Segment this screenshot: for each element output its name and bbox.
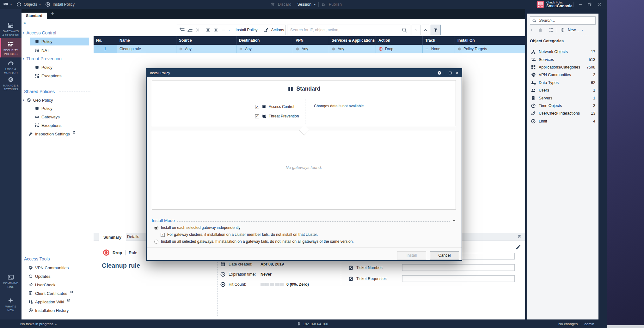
category-services[interactable]: Services513: [527, 57, 598, 63]
cluster-suboption[interactable]: For gateway clusters, if installation on…: [161, 232, 318, 237]
cell-source[interactable]: Any: [176, 45, 236, 53]
publish-button[interactable]: Publish: [329, 2, 342, 7]
tree-item-geo-policy[interactable]: ▾ Geo Policy: [23, 97, 53, 104]
chevron-down-icon[interactable]: ▾: [23, 31, 24, 34]
install-mode-option-2[interactable]: Install on all selected gateways. If ins…: [154, 239, 354, 244]
delete-rule-icon[interactable]: [195, 28, 200, 32]
new-object-icon[interactable]: [560, 27, 565, 33]
cell-track[interactable]: None: [422, 45, 455, 53]
install-mode-option-1[interactable]: Install on each selected gateway indepen…: [154, 225, 241, 230]
tree-item-updates[interactable]: Updates: [28, 273, 50, 280]
tab-standard[interactable]: Standard: [21, 13, 47, 19]
home-icon[interactable]: [538, 27, 543, 33]
cell-install-on[interactable]: Policy Targets: [455, 45, 525, 53]
close-button[interactable]: [596, 2, 603, 7]
tree-item-tp-policy[interactable]: Policy: [35, 64, 52, 71]
back-arrow-icon[interactable]: [530, 27, 535, 33]
collapse-panel-icon[interactable]: «: [23, 20, 26, 25]
prev-match-button[interactable]: [422, 25, 429, 35]
col-action[interactable]: Action: [376, 36, 422, 45]
help-icon[interactable]: ?: [437, 71, 442, 75]
ticket-number-input[interactable]: [402, 264, 515, 271]
tree-threat-prevention[interactable]: ▾ Threat Prevention: [23, 55, 62, 62]
object-search-input[interactable]: [530, 16, 596, 25]
cell-services[interactable]: Any: [329, 45, 376, 53]
nav-gateways-servers[interactable]: GATEWAYS& SERVERS: [0, 22, 21, 38]
actions-button[interactable]: Actions: [271, 28, 284, 32]
nav-logs-monitor[interactable]: LOGS &MONITOR: [0, 60, 21, 76]
category-applications[interactable]: Applications/Categories7508: [527, 64, 598, 71]
tree-item-usercheck[interactable]: UserCheck: [28, 281, 55, 288]
category-usercheck-interactions[interactable]: UserCheck Interactions13: [527, 110, 598, 117]
tree-item-ac-policy[interactable]: Policy: [35, 38, 52, 45]
category-users[interactable]: Users1: [527, 87, 598, 94]
new-object-button[interactable]: New...: [568, 28, 579, 32]
ticket-requester-input[interactable]: [402, 275, 515, 282]
next-match-button[interactable]: [412, 25, 420, 35]
maximize-icon[interactable]: [448, 71, 452, 75]
view-menu-icon[interactable]: [221, 28, 226, 32]
checkbox-checked[interactable]: [255, 105, 259, 109]
add-rule-above-icon[interactable]: [180, 27, 185, 33]
app-menu-icon[interactable]: [3, 2, 8, 7]
add-tab-button[interactable]: +: [51, 10, 54, 17]
col-name[interactable]: Name: [117, 36, 176, 45]
tree-item-geo-policy-policy[interactable]: Policy: [35, 105, 52, 112]
col-destination[interactable]: Destination: [236, 36, 293, 45]
resize-grip[interactable]: ⋰: [457, 256, 461, 259]
nav-security-policies[interactable]: SECURITYPOLICIES: [0, 38, 21, 57]
cell-no[interactable]: 1: [94, 45, 117, 53]
view-menu-caret-icon[interactable]: ▾: [229, 29, 230, 32]
col-source[interactable]: Source: [176, 36, 236, 45]
add-rule-below-icon[interactable]: [187, 27, 193, 33]
category-limit[interactable]: Limit4: [527, 118, 598, 125]
target-access-control[interactable]: Access Control: [255, 104, 294, 109]
new-caret-icon[interactable]: ▾: [582, 29, 583, 32]
tree-item-application-wiki[interactable]: Application Wiki: [28, 298, 70, 305]
expand-rows-icon[interactable]: [205, 27, 211, 33]
close-icon[interactable]: [455, 71, 459, 75]
collapse-section-icon[interactable]: [452, 219, 456, 223]
cell-name[interactable]: Cleanup rule: [117, 45, 176, 53]
category-network-objects[interactable]: Network Objects17: [527, 49, 598, 56]
search-icon[interactable]: [402, 27, 407, 33]
tree-item-vpn-communities[interactable]: VPN Communities: [28, 264, 69, 271]
tree-item-tp-exceptions[interactable]: Exceptions: [35, 72, 62, 79]
target-threat-prevention[interactable]: Threat Prevention: [255, 114, 299, 118]
restore-button[interactable]: [586, 2, 593, 7]
cell-destination[interactable]: Any: [236, 45, 293, 53]
tab-summary[interactable]: Summary: [99, 233, 126, 242]
category-time-objects[interactable]: Time Objects3: [527, 103, 598, 110]
tab-details[interactable]: Details: [123, 233, 144, 241]
nav-whats-new[interactable]: WHAT'SNEW: [0, 297, 21, 314]
chevron-down-icon[interactable]: ▾: [23, 98, 24, 102]
collapse-panel-icon[interactable]: [517, 235, 522, 239]
tree-item-installation-history[interactable]: Installation History: [28, 307, 69, 314]
nav-command-line[interactable]: COMMANDLINE: [0, 274, 21, 290]
install-policy-menu[interactable]: Install Policy: [52, 2, 74, 7]
checkbox-checked[interactable]: [255, 114, 259, 118]
tree-item-geo-gateways[interactable]: Gateways: [35, 113, 60, 120]
radio-selected[interactable]: [154, 226, 158, 230]
col-no[interactable]: No.: [94, 36, 117, 45]
col-track[interactable]: Track: [422, 36, 455, 45]
install-policy-button[interactable]: Install Policy: [236, 28, 257, 32]
chevron-down-icon[interactable]: ▾: [23, 57, 24, 60]
category-servers[interactable]: Servers1: [527, 95, 598, 102]
session-button[interactable]: Session: [297, 2, 311, 7]
tree-item-ac-nat[interactable]: NAT: [35, 47, 49, 54]
col-services[interactable]: Services & Applications: [329, 36, 376, 45]
cancel-button[interactable]: Cancel: [430, 251, 459, 259]
category-vpn-communities[interactable]: VPN Communities2: [527, 72, 598, 79]
objects-menu[interactable]: Objects: [24, 2, 37, 7]
session-caret-icon[interactable]: ▾: [314, 3, 316, 6]
rule-search-input[interactable]: [287, 25, 410, 35]
minimize-button[interactable]: [577, 2, 584, 7]
tree-access-control[interactable]: ▾ Access Control: [23, 29, 56, 36]
cell-action[interactable]: Drop: [376, 45, 422, 53]
tree-item-inspection-settings[interactable]: Inspection Settings: [28, 130, 76, 137]
collapse-rows-icon[interactable]: [213, 27, 218, 33]
list-view-icon[interactable]: [549, 27, 554, 33]
col-vpn[interactable]: VPN: [293, 36, 329, 45]
checkbox-checked[interactable]: [161, 233, 165, 237]
